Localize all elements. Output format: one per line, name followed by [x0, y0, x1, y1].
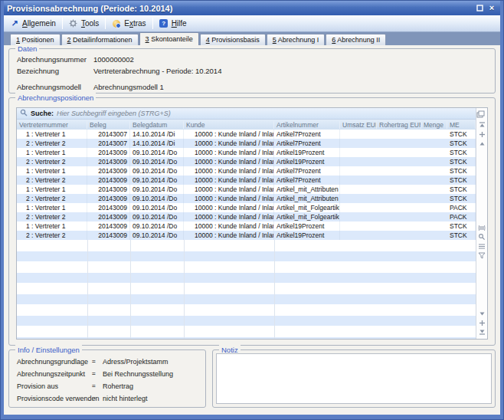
table-cell: STCK: [447, 157, 476, 166]
table-row[interactable]: 1 : Vertreter 12014300909.10.2014 /Do100…: [17, 203, 476, 212]
table-header[interactable]: Vertreternummer Beleg Belegdatum Kunde A…: [17, 120, 487, 130]
move-up-icon[interactable]: [477, 139, 487, 148]
table-row[interactable]: 1 : Vertreter 12014300909.10.2014 /Do100…: [17, 185, 476, 194]
table-cell: STCK: [447, 148, 476, 157]
info-value: Rohertrag: [103, 382, 133, 390]
info-einstellungen-group: Info / Einstellungen Abrechnungsgrundlag…: [8, 349, 206, 408]
table-cell: 14.10.2014 /Di: [130, 139, 184, 148]
table-row[interactable]: 2 : Vertreter 22014300909.10.2014 /Do100…: [17, 194, 476, 203]
col-me[interactable]: ME: [447, 121, 476, 129]
info-row-provision-aus: Provision aus = Rohertrag: [17, 382, 201, 390]
field-label: Bezeichnung: [17, 67, 59, 75]
abrechnungspositionen-legend: Abrechnungspositionen: [15, 93, 96, 103]
table-cell: 20143009: [87, 157, 130, 166]
menu-label: Allgemein: [22, 19, 56, 28]
list-view-icon[interactable]: [477, 241, 487, 251]
info-label: Provisionscode verwenden: [17, 395, 100, 402]
table-cell: STCK: [447, 166, 476, 176]
table-cell: 2 : Vertreter 2: [17, 231, 87, 240]
menu-item-hilfe[interactable]: ? Hilfe: [153, 15, 193, 31]
table-row[interactable]: 1 : Vertreter 12014300909.10.2014 /Do100…: [17, 221, 476, 231]
info-legend: Info / Einstellungen: [15, 345, 82, 355]
search-icon: [20, 109, 28, 118]
filter-icon[interactable]: [477, 251, 487, 260]
empty-rows-area: [17, 240, 476, 339]
equals-separator: =: [92, 395, 96, 402]
tab-provisionsbasis[interactable]: 4 Provisionsbasis: [200, 34, 266, 45]
table-row[interactable]: 2 : Vertreter 22014300909.10.2014 /Do100…: [17, 231, 476, 240]
table-cell: 10000 : Kunde Inland / Inlandsort: [184, 185, 274, 194]
go-last-icon[interactable]: [477, 327, 487, 336]
table-cell: Artikel7Prozent: [274, 139, 340, 148]
close-icon[interactable]: ×: [486, 3, 497, 13]
table-cell: 20143009: [87, 212, 130, 221]
search-bar[interactable]: Suche: Hier Suchbegriff eingeben (STRG+S…: [17, 108, 487, 120]
table-cell: STCK: [447, 231, 476, 240]
table-cell: PACK: [447, 203, 476, 212]
restore-window-icon[interactable]: [474, 3, 485, 13]
table-row[interactable]: 2 : Vertreter 22014300909.10.2014 /Do100…: [17, 176, 476, 185]
tab-detailinformationen[interactable]: 2 Detailinformationen: [61, 34, 139, 45]
move-down-icon[interactable]: [477, 309, 487, 318]
menu-item-allgemein[interactable]: ↗ Allgemein: [4, 15, 62, 31]
table-cell: 10000 : Kunde Inland / Inlandsort: [184, 148, 274, 157]
field-label: Abrechnungsnummer: [17, 55, 87, 64]
info-value: nicht hinterlegt: [103, 395, 148, 402]
col-rohertrag-eur[interactable]: Rohertrag EUR: [377, 121, 421, 129]
info-row-abrechnungsgrundlage: Abrechnungsgrundlage = Adress/Projektsta…: [17, 358, 201, 366]
tab-abrechnung-2[interactable]: 6 Abrechnung II: [326, 34, 386, 45]
col-beleg[interactable]: Beleg: [87, 121, 130, 129]
daten-legend: Daten: [15, 44, 39, 54]
extras-gold-icon: [112, 19, 121, 28]
table-row[interactable]: 1 : Vertreter 12014300909.10.2014 /Do100…: [17, 166, 476, 176]
col-kunde[interactable]: Kunde: [184, 121, 274, 129]
table-row[interactable]: 2 : Vertreter 22014300909.10.2014 /Do100…: [17, 157, 476, 166]
table-cell: 1 : Vertreter 1: [17, 221, 87, 231]
col-belegdatum[interactable]: Belegdatum: [130, 121, 184, 129]
table-cell: 2 : Vertreter 2: [17, 194, 87, 203]
table-row[interactable]: 1 : Vertreter 12014300909.10.2014 /Do100…: [17, 148, 476, 157]
insert-row-icon[interactable]: [477, 130, 487, 139]
table-row[interactable]: 2 : Vertreter 22014300909.10.2014 /Do100…: [17, 212, 476, 221]
col-vertreternummer[interactable]: Vertreternummer: [17, 121, 87, 129]
col-artikelnummer[interactable]: Artikelnummer: [274, 121, 340, 129]
equals-separator: =: [92, 382, 96, 389]
info-value: Adress/Projektstamm: [103, 358, 169, 366]
column-grid-lines: [17, 240, 476, 339]
columns-grip-icon[interactable]: [477, 223, 487, 232]
table-cell: Artikel19Prozent: [274, 157, 340, 166]
table-cell: 10000 : Kunde Inland / Inlandsort: [184, 157, 274, 166]
col-umsatz-eur[interactable]: Umsatz EUR: [340, 121, 377, 129]
grid-search-icon[interactable]: [477, 232, 487, 241]
app-window: Provisionsabrechnung (Periode: 10.2014) …: [0, 0, 504, 420]
append-row-icon[interactable]: [477, 318, 487, 327]
table-cell: 1 : Vertreter 1: [17, 130, 87, 139]
notiz-group: Notiz: [212, 349, 496, 408]
table-row[interactable]: 1 : Vertreter 12014300714.10.2014 /Di100…: [17, 130, 476, 139]
search-input[interactable]: Hier Suchbegriff eingeben (STRG+S): [57, 110, 171, 117]
diagonal-arrow-icon: ↗: [10, 19, 19, 28]
info-value: Bei Rechnungsstellung: [103, 370, 173, 378]
table-cell: 10000 : Kunde Inland / Inlandsort: [184, 203, 274, 212]
menu-item-tools[interactable]: Tools: [63, 15, 105, 31]
notiz-textarea[interactable]: [216, 353, 492, 404]
table-cell: Artikel7Prozent: [274, 176, 340, 185]
table-cell: 2 : Vertreter 2: [17, 139, 87, 148]
field-abrechnungsnummer: Abrechnungsnummer 1000000002: [17, 55, 87, 64]
menu-item-extras[interactable]: Extras: [106, 15, 152, 31]
table-row[interactable]: 2 : Vertreter 22014300714.10.2014 /Di100…: [17, 139, 476, 148]
table-cell: 2 : Vertreter 2: [17, 212, 87, 221]
table-cell: 20143009: [87, 185, 130, 194]
col-menge[interactable]: Menge: [421, 121, 447, 129]
table-cell: STCK: [447, 130, 476, 139]
tab-abrechnung-1[interactable]: 5 Abrechnung I: [267, 34, 326, 45]
table-cell: 09.10.2014 /Do: [130, 166, 184, 176]
table-cell: Artikel19Prozent: [274, 221, 340, 231]
menu-bar: ↗ Allgemein Tools Extras ? Hilfe: [4, 15, 500, 32]
column-chooser-icon[interactable]: [476, 110, 486, 119]
table-cell: 09.10.2014 /Do: [130, 194, 184, 203]
table-cell: 20143009: [87, 166, 130, 176]
tab-skontoanteile[interactable]: 3 Skontoanteile: [139, 32, 199, 45]
go-first-icon[interactable]: [477, 120, 487, 130]
table-cell: 09.10.2014 /Do: [130, 203, 184, 212]
